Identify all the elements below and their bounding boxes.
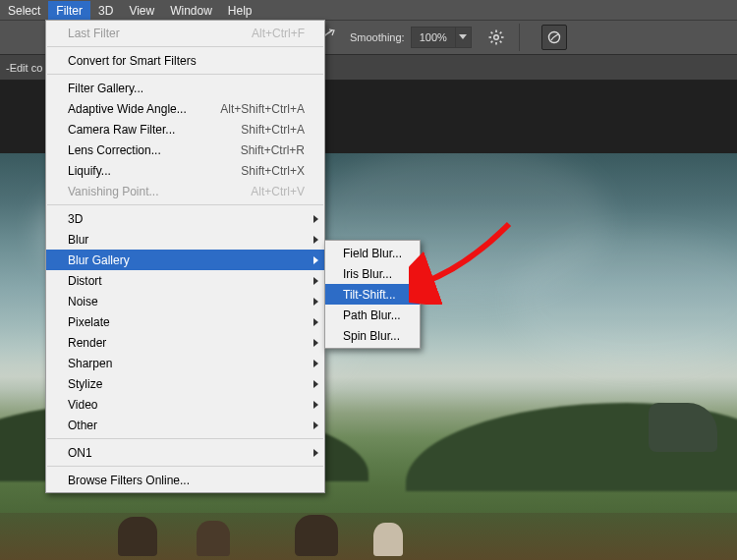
menuitem-camera-raw-filter[interactable]: Camera Raw Filter... Shift+Ctrl+A [46,119,324,140]
smoothing-field[interactable]: 100% [411,27,472,48]
chevron-right-icon [313,421,318,429]
menu-select[interactable]: Select [0,1,48,20]
menuitem-liquify[interactable]: Liquify... Shift+Ctrl+X [46,160,324,181]
menuitem-spin-blur[interactable]: Spin Blur... [325,325,420,346]
chevron-right-icon [313,401,318,409]
menuitem-video[interactable]: Video [46,394,324,415]
separator [47,46,323,47]
menuitem-tilt-shift[interactable]: Tilt-Shift... [325,284,420,305]
blur-gallery-submenu: Field Blur... Iris Blur... Tilt-Shift...… [324,240,421,349]
smoothing-label: Smoothing: [350,31,405,43]
menuitem-sharpen[interactable]: Sharpen [46,353,324,373]
chevron-right-icon [313,277,318,285]
menuitem-render[interactable]: Render [46,332,324,353]
menuitem-filter-gallery[interactable]: Filter Gallery... [46,78,324,98]
svg-point-0 [493,35,498,40]
chevron-right-icon [313,449,318,457]
chevron-right-icon [313,360,318,367]
divider [519,24,520,51]
svg-line-8 [499,32,501,34]
menuitem-other[interactable]: Other [46,415,324,435]
chevron-right-icon [313,318,318,326]
chevron-right-icon [313,215,318,223]
menuitem-iris-blur[interactable]: Iris Blur... [325,263,420,284]
chevron-down-icon[interactable] [455,28,471,47]
svg-line-7 [490,41,492,43]
smoothing-value: 100% [412,31,455,43]
svg-line-5 [490,32,492,34]
menuitem-browse-filters-online[interactable]: Browse Filters Online... [46,470,324,490]
menuitem-distort[interactable]: Distort [46,270,324,291]
menuitem-path-blur[interactable]: Path Blur... [325,305,420,325]
menuitem-on1[interactable]: ON1 [46,442,324,463]
gear-icon[interactable] [483,25,509,50]
menuitem-blur[interactable]: Blur [46,229,324,250]
menu-window[interactable]: Window [162,1,220,20]
chevron-right-icon [313,298,318,306]
menuitem-blur-gallery[interactable]: Blur Gallery [46,250,324,270]
separator [47,438,323,439]
menubar: Select Filter 3D View Window Help [0,0,737,20]
filter-dropdown-menu: Last Filter Alt+Ctrl+F Convert for Smart… [45,20,325,493]
doc-tab-fragment[interactable]: -Edit co [6,62,42,74]
separator [47,466,323,467]
menuitem-noise[interactable]: Noise [46,291,324,311]
menuitem-vanishing-point[interactable]: Vanishing Point... Alt+Ctrl+V [46,181,324,201]
menuitem-stylize[interactable]: Stylize [46,373,324,394]
symmetry-icon[interactable] [541,25,567,50]
menuitem-convert-smart-filters[interactable]: Convert for Smart Filters [46,50,324,71]
menuitem-field-blur[interactable]: Field Blur... [325,243,420,263]
separator [47,204,323,205]
menuitem-pixelate[interactable]: Pixelate [46,311,324,332]
chevron-right-icon [313,380,318,388]
separator [47,74,323,75]
chevron-right-icon [313,236,318,244]
chevron-right-icon [313,339,318,347]
chevron-right-icon [313,256,318,264]
menuitem-adaptive-wide-angle[interactable]: Adaptive Wide Angle... Alt+Shift+Ctrl+A [46,98,324,119]
menu-help[interactable]: Help [220,1,260,20]
menuitem-lens-correction[interactable]: Lens Correction... Shift+Ctrl+R [46,140,324,160]
svg-line-6 [499,41,501,43]
menuitem-3d[interactable]: 3D [46,208,324,229]
menu-3d[interactable]: 3D [90,1,121,20]
menu-filter[interactable]: Filter [48,1,90,20]
menu-view[interactable]: View [121,1,162,20]
menuitem-last-filter[interactable]: Last Filter Alt+Ctrl+F [46,23,324,43]
